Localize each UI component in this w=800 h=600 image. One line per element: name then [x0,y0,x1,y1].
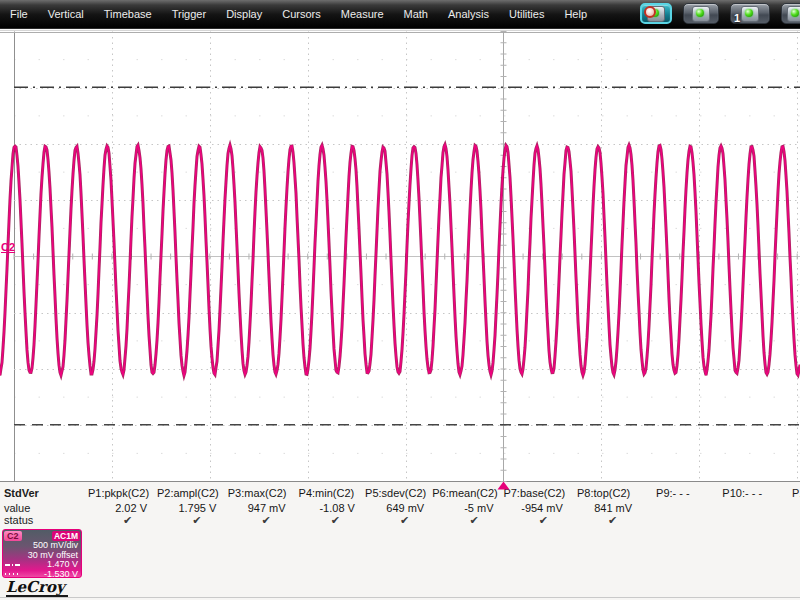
menu-item-utilities[interactable]: Utilities [499,0,554,28]
menu-item-trigger[interactable]: Trigger [162,0,216,28]
measure-label-p4[interactable]: P4:min(C2) [292,487,361,499]
waveform-display[interactable]: C2 [0,31,800,481]
measure-label-p6[interactable]: P6:mean(C2) [431,487,500,499]
menu-item-help[interactable]: Help [554,0,597,28]
measure-label-p10[interactable]: P10:- - - [708,487,777,499]
menu-item-cursors[interactable]: Cursors [272,0,331,28]
button-number-label: 1 [734,13,740,24]
measure-label-p9[interactable]: P9:- - - [638,487,707,499]
measure-label-p8[interactable]: P8:top(C2) [569,487,638,499]
menu-item-display[interactable]: Display [216,0,272,28]
menu-item-timebase[interactable]: Timebase [94,0,162,28]
measure-status-p7: ✔ [509,514,578,527]
dotted-line-icon [5,573,20,575]
menu-bar: FileVerticalTimebaseTriggerDisplayCursor… [0,0,800,29]
footer-divider [0,597,800,598]
display-green-icon [692,6,710,22]
measure-label-p1[interactable]: P1:pkpk(C2) [84,487,153,499]
menu-item-analysis[interactable]: Analysis [438,0,499,28]
measure-status-p2: ✔ [162,514,231,527]
measure-value-p8: 841 mV [569,502,632,514]
measure-status-p4: ✔ [301,514,370,527]
display-lamp-1-button[interactable]: 1 [730,3,770,24]
waveform-trace-edge [0,145,800,376]
waveform-trace [0,145,800,376]
menu-item-file[interactable]: File [0,0,38,28]
measure-row-label-status: status [4,514,33,526]
measure-value-p1: 2.02 V [84,502,147,514]
measure-status-p8: ✔ [578,514,647,527]
measure-status-p5: ✔ [370,514,439,527]
display-green-icon [741,6,759,22]
lower-level-value: -1.530 V [44,570,78,579]
oscilloscope-application: FileVerticalTimebaseTriggerDisplayCursor… [0,0,800,600]
toolbar-button-group: 1 [640,3,800,24]
channel-zero-marker[interactable]: C2 [1,242,15,253]
measure-row-label-value: value [4,502,30,514]
measure-label-p3[interactable]: P3:max(C2) [223,487,292,499]
measure-value-p5: 649 mV [361,502,424,514]
menu-item-math[interactable]: Math [394,0,438,28]
measure-label-p11[interactable]: P11:- - - [777,487,800,499]
measure-label-p7[interactable]: P7:base(C2) [500,487,569,499]
display-lamp-clipped-button[interactable] [781,3,800,24]
display-green-icon [787,6,800,22]
measure-value-p2: 1.795 V [153,502,216,514]
measure-status-p6: ✔ [440,514,509,527]
grid-and-trace-canvas [0,31,800,493]
channel-descriptor-c2[interactable]: C2 AC1M 500 mV/div 30 mV offset 1.470 V … [2,529,82,578]
status-panel: StdVer value status P1:pkpk(C2)2.02 V✔P2… [0,481,800,600]
menu-item-measure[interactable]: Measure [331,0,394,28]
measure-value-p7: -954 mV [500,502,563,514]
measure-value-p3: 947 mV [223,502,286,514]
alarm-clock-icon [644,6,656,18]
channel-name-badge: C2 [4,531,22,541]
menu-item-vertical[interactable]: Vertical [38,0,94,28]
measure-label-p2[interactable]: P2:ampl(C2) [153,487,222,499]
dashdot-line-icon [5,564,20,566]
measure-value-p4: -1.08 V [292,502,355,514]
measure-value-p6: -5 mV [431,502,494,514]
lecroy-logo: LeCroy [6,580,68,597]
timer-capture-button[interactable] [640,3,672,24]
display-lamp-button[interactable] [683,3,719,24]
measure-label-p5[interactable]: P5:sdev(C2) [361,487,430,499]
measure-status-p3: ✔ [232,514,301,527]
measure-status-p1: ✔ [93,514,162,527]
measure-table-title: StdVer [4,487,39,499]
